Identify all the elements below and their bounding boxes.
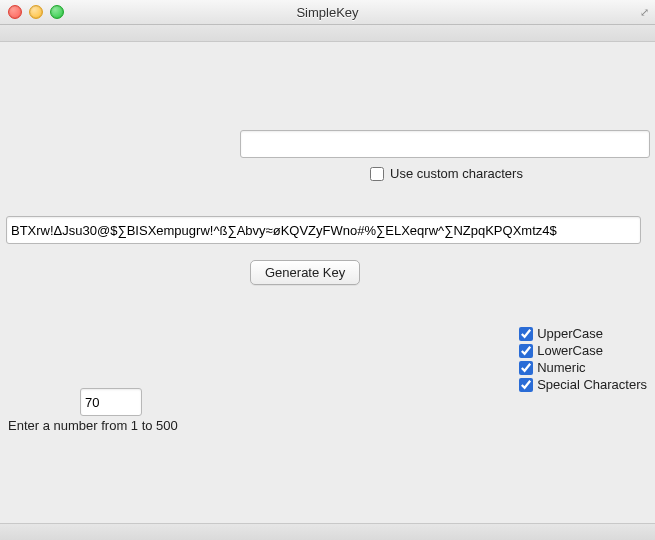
titlebar: SimpleKey ⤢ [0, 0, 655, 25]
uppercase-checkbox[interactable] [519, 327, 533, 341]
length-hint: Enter a number from 1 to 500 [8, 418, 178, 433]
expand-icon[interactable]: ⤢ [640, 6, 649, 19]
traffic-lights [8, 5, 64, 19]
special-label: Special Characters [537, 377, 647, 392]
generate-key-button[interactable]: Generate Key [250, 260, 360, 285]
minimize-icon[interactable] [29, 5, 43, 19]
options-panel: UpperCase LowerCase Numeric Special Char… [519, 326, 647, 392]
length-input[interactable] [80, 388, 142, 416]
zoom-icon[interactable] [50, 5, 64, 19]
lowercase-checkbox[interactable] [519, 344, 533, 358]
footer-strip [0, 523, 655, 540]
special-checkbox[interactable] [519, 378, 533, 392]
content-area: Use custom characters Generate Key Upper… [0, 42, 655, 526]
uppercase-label: UpperCase [537, 326, 603, 341]
use-custom-characters-label: Use custom characters [390, 166, 523, 181]
option-numeric[interactable]: Numeric [519, 360, 647, 375]
option-lowercase[interactable]: LowerCase [519, 343, 647, 358]
close-icon[interactable] [8, 5, 22, 19]
option-uppercase[interactable]: UpperCase [519, 326, 647, 341]
use-custom-characters-checkbox[interactable] [370, 167, 384, 181]
lowercase-label: LowerCase [537, 343, 603, 358]
custom-characters-input[interactable] [240, 130, 650, 158]
toolbar-strip [0, 25, 655, 42]
generated-key-output[interactable] [6, 216, 641, 244]
numeric-label: Numeric [537, 360, 585, 375]
numeric-checkbox[interactable] [519, 361, 533, 375]
custom-characters-row: Use custom characters [370, 166, 523, 181]
option-special[interactable]: Special Characters [519, 377, 647, 392]
window-title: SimpleKey [6, 5, 649, 20]
